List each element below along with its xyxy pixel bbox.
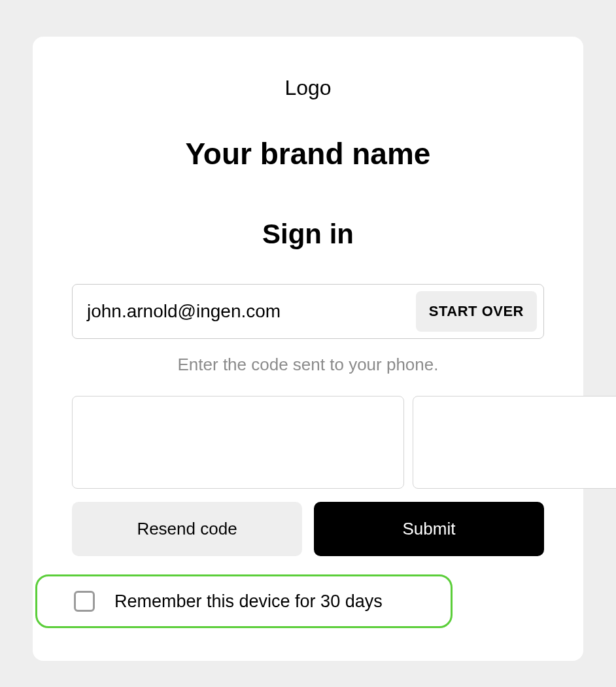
- code-input-group: [72, 396, 544, 489]
- instruction-text: Enter the code sent to your phone.: [72, 355, 544, 375]
- remember-device-label[interactable]: Remember this device for 30 days: [114, 591, 383, 612]
- submit-button[interactable]: Submit: [314, 502, 544, 556]
- remember-device-checkbox[interactable]: [74, 591, 95, 612]
- action-button-row: Resend code Submit: [72, 502, 544, 556]
- logo: Logo: [72, 76, 544, 100]
- brand-name: Your brand name: [72, 136, 544, 171]
- signin-card: Logo Your brand name Sign in john.arnold…: [33, 37, 583, 661]
- signin-title: Sign in: [72, 219, 544, 250]
- code-input-2[interactable]: [413, 396, 616, 489]
- remember-device-container: Remember this device for 30 days: [35, 574, 453, 628]
- code-input-1[interactable]: [72, 396, 404, 489]
- email-row: john.arnold@ingen.com START OVER: [72, 284, 544, 339]
- resend-code-button[interactable]: Resend code: [72, 502, 302, 556]
- start-over-button[interactable]: START OVER: [416, 291, 537, 332]
- email-display: john.arnold@ingen.com: [87, 301, 416, 322]
